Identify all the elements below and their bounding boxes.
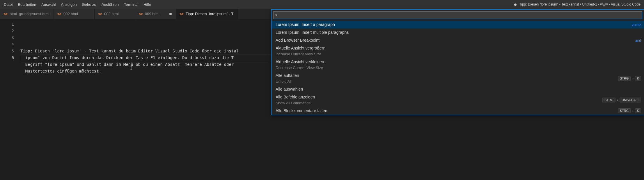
line-number: 5 [0, 48, 14, 54]
command-label: Add Browser Breakpoint [276, 38, 320, 43]
tab-label: html_grundgeruest.html [10, 12, 49, 16]
command-palette-item[interactable]: Lorem Ipsum: Insert multiple paragraphs [272, 29, 644, 36]
command-sublabel: Decrease Current View Size [276, 65, 325, 70]
editor-tab[interactable]: <>Tipp: Diesen "lore ipsum" - T [176, 9, 238, 19]
window-title-text: Tipp: Diesen "lore ipsum" - Text kannst … [519, 2, 641, 6]
menu-item-ausführen[interactable]: Ausführen [99, 1, 121, 8]
command-palette-item[interactable]: Alle Befehle anzeigenShow All CommandsST… [272, 93, 644, 107]
editor-tab[interactable]: <>009.html [135, 9, 176, 19]
command-palette-list: Lorem Ipsum: Insert a paragraphzuletzLor… [272, 21, 644, 115]
menu-item-anzeigen[interactable]: Anzeigen [58, 1, 79, 8]
tab-label: 003.html [104, 12, 119, 16]
keycap: STRG [602, 98, 615, 103]
editor-tab[interactable]: <>003.html [95, 9, 135, 19]
html-file-icon: <> [139, 12, 143, 16]
html-file-icon: <> [180, 12, 183, 16]
line-number-gutter: 123456 [0, 19, 20, 180]
command-sublabel: Show All Commands [276, 100, 315, 106]
menu-item-bearbeiten[interactable]: Bearbeiten [15, 1, 39, 8]
command-label: Lorem Ipsum: Insert a paragraph [276, 22, 335, 27]
html-file-icon: <> [98, 12, 102, 16]
key-plus: + [632, 109, 634, 113]
editor-tab[interactable]: <>html_grundgeruest.html [0, 9, 54, 19]
command-label: Alle auswählen [276, 87, 303, 92]
command-palette: > Lorem Ipsum: Insert a paragraphzuletzL… [271, 9, 644, 115]
line-number: 6 [0, 54, 14, 61]
command-label: Alle Befehle anzeigen [276, 94, 315, 100]
key-plus: + [632, 77, 634, 80]
command-palette-item[interactable]: Alle auffaltenUnfold AllSTRG+K [272, 72, 644, 85]
command-label: Alle Blockkommentare falten [276, 108, 327, 114]
command-palette-item[interactable]: Lorem Ipsum: Insert a paragraphzuletz [272, 21, 644, 29]
command-palette-item[interactable]: Aktuelle Ansicht vergrößernIncrease Curr… [272, 44, 644, 58]
keycap: STRG [618, 76, 631, 81]
keycap: K [635, 108, 641, 113]
command-label: Aktuelle Ansicht verkleinern [276, 59, 325, 65]
titlebar: DateiBearbeitenAuswahlAnzeigenGehe zuAus… [0, 0, 644, 9]
command-palette-input-wrap: > [272, 10, 644, 21]
tab-label: Tipp: Diesen "lore ipsum" - T [186, 12, 234, 16]
command-label: Aktuelle Ansicht vergrößern [276, 45, 325, 51]
window-title: Tipp: Diesen "lore ipsum" - Text kannst … [154, 2, 643, 6]
html-file-icon: <> [3, 12, 7, 16]
menu-item-datei[interactable]: Datei [1, 1, 15, 8]
tab-label: 002.html [63, 12, 78, 16]
keybinding: STRG+K [618, 76, 641, 81]
command-palette-item[interactable]: Aktuelle Ansicht verkleinernDecrease Cur… [272, 58, 644, 72]
command-palette-item[interactable]: Alle Blockkommentare faltenSTRG+K [272, 107, 644, 115]
line-number: 2 [0, 28, 14, 34]
command-label: Alle auffalten [276, 73, 299, 78]
keybinding: STRG+UMSCHALT [602, 98, 641, 103]
command-sublabel: Unfold All [276, 79, 299, 84]
menu-item-terminal[interactable]: Terminal [121, 1, 141, 8]
line-number: 1 [0, 21, 14, 28]
key-plus: + [617, 98, 618, 102]
line-number: 4 [0, 41, 14, 48]
command-label: Lorem Ipsum: Insert multiple paragraphs [276, 30, 349, 35]
html-file-icon: <> [57, 12, 61, 16]
keycap: STRG [618, 108, 631, 113]
command-palette-input[interactable]: > [273, 11, 642, 19]
menu-item-gehe zu[interactable]: Gehe zu [79, 1, 99, 8]
dirty-indicator-icon [169, 13, 172, 15]
input-caret-icon [278, 13, 278, 17]
keycap: UMSCHALT [620, 98, 641, 103]
menu-item-auswahl[interactable]: Auswahl [39, 1, 58, 8]
editor-tab[interactable]: <>002.html [54, 9, 95, 19]
menubar: DateiBearbeitenAuswahlAnzeigenGehe zuAus… [1, 1, 154, 8]
keybinding: STRG+K [618, 108, 641, 113]
command-hint: zuletz [632, 23, 641, 27]
tab-label: 009.html [145, 12, 159, 16]
command-hint: and [635, 38, 641, 43]
command-palette-item[interactable]: Add Browser Breakpointand [272, 36, 644, 44]
line-number: 3 [0, 34, 14, 41]
menu-item-hilfe[interactable]: Hilfe [141, 1, 154, 8]
command-palette-input-value: > [275, 13, 278, 17]
keycap: K [635, 76, 641, 81]
unsaved-indicator-icon [514, 3, 517, 6]
command-sublabel: Increase Current View Size [276, 51, 325, 57]
command-palette-item[interactable]: Alle auswählen [272, 85, 644, 93]
